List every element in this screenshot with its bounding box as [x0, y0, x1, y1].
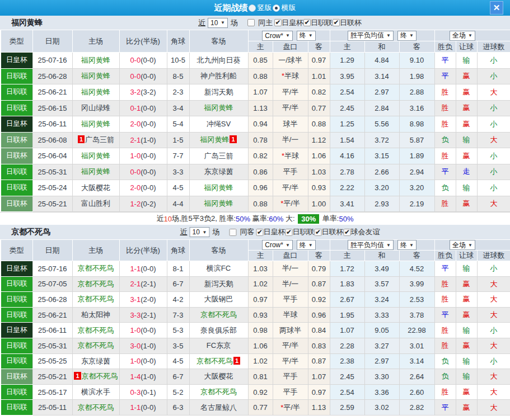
avg-away-cell: 9.10: [399, 53, 434, 69]
near-link[interactable]: 近: [198, 18, 205, 28]
match-row: 日职联25-05-17横滨水手0-3(0-1)5-2京都不死鸟0.92平手0.9…: [1, 384, 510, 400]
avg-home-cell: 1.07: [330, 323, 364, 338]
goals-cell: 大: [477, 338, 510, 353]
fulltime-score: 2-0: [130, 120, 141, 128]
result-cell: 胜: [434, 292, 456, 308]
summary-row: 近10场,胜5平3负2, 胜率:50% 赢率:60% 大: 30% 单率:50%: [0, 212, 510, 225]
avg-type-select[interactable]: 胜平负均值▼: [348, 31, 394, 41]
scope-select[interactable]: 全场▼: [450, 240, 475, 250]
odds-away-cell: 0.88: [308, 116, 330, 133]
odds-time-select[interactable]: 终▼: [297, 240, 316, 250]
col-goals: 进球数: [477, 41, 510, 53]
goals-cell: 小: [477, 148, 510, 164]
away-team-cell: 广岛三箭: [189, 148, 248, 164]
corner-cell: 5-3: [167, 323, 189, 338]
date-cell: 25-06-21: [32, 307, 72, 323]
odds-away-cell: 0.96: [308, 307, 330, 323]
filter-checkbox[interactable]: ✔: [303, 19, 311, 26]
fulltime-score: 0-3: [130, 388, 141, 397]
corner-cell: 7-3: [167, 307, 189, 323]
fulltime-score: 2-1: [130, 136, 141, 144]
col-type: 类型: [1, 30, 32, 53]
match-row: 日职联25-06-15冈山绿雉0-1(0-0)3-4福冈黄蜂1.13平/半0.7…: [1, 100, 510, 116]
away-team-cell: 新泻天鹅: [189, 276, 248, 292]
radio-vertical-label[interactable]: 竖版: [258, 3, 272, 13]
games-count-select[interactable]: 10▼: [208, 18, 228, 28]
goals-cell: 大: [477, 132, 510, 148]
matches-table-2: 类型 日期 主场 比分(半场) 角球 客场 Crow*▼ 终▼ 胜平负均值▼ 终…: [0, 239, 510, 416]
result-cell: 胜: [434, 100, 456, 116]
avg-type-select[interactable]: 胜平负均值▼: [348, 240, 394, 250]
avg-away-cell: 5.87: [399, 132, 434, 148]
match-row: 日职联25-05-11京都不死鸟1-1(0-0)6-3名古屋鲸八0.77*平/半…: [1, 400, 510, 416]
odds-time-select[interactable]: 终▼: [297, 31, 316, 41]
filter-checkbox[interactable]: ✔: [315, 229, 322, 236]
avg-time-select[interactable]: 终▼: [397, 240, 417, 250]
team-name-text: 北九州向日葵: [197, 56, 241, 64]
radio-vertical[interactable]: [249, 4, 256, 12]
score-cell: 2-1(2-1): [119, 276, 167, 292]
corner-cell: 10-5: [167, 53, 189, 69]
corner-cell: 6-7: [167, 369, 189, 385]
score-cell: 1-2(0-2): [119, 196, 167, 212]
corner-cell: 4-4: [167, 196, 189, 212]
filter-checkbox[interactable]: ✔: [274, 19, 282, 26]
match-type-cell: 日职联: [1, 84, 32, 101]
avg-time-select[interactable]: 终▼: [397, 31, 417, 41]
handicap-result-cell: 输: [456, 53, 477, 69]
filter-checkbox[interactable]: ✔: [286, 229, 293, 236]
team-name-text: 福冈黄蜂: [200, 135, 229, 144]
col-score: 比分(半场): [119, 30, 167, 53]
avg-draw-cell: 3.02: [364, 400, 399, 416]
col-let: 让球: [456, 41, 477, 53]
avg-away-cell: 1.98: [399, 68, 434, 84]
close-button[interactable]: ✕: [490, 1, 503, 15]
avg-draw-cell: 2.97: [364, 84, 399, 101]
col-avg-away: 客: [399, 41, 434, 53]
summary-part: 场,胜5平3负2, 胜率:: [172, 214, 236, 224]
team-name-text: 新泻天鹅: [204, 88, 233, 96]
filter-checkbox[interactable]: ✔: [256, 229, 264, 236]
match-type-cell: 日职联: [1, 384, 32, 400]
handicap-cell: 平手: [273, 369, 308, 385]
score-cell: 1-1(0-0): [119, 400, 167, 416]
handicap-result-cell: 赢: [456, 292, 477, 308]
filter-checkbox[interactable]: ✔: [344, 229, 351, 236]
date-cell: 25-05-11: [32, 400, 72, 416]
avg-draw-cell: 2.66: [364, 164, 399, 180]
score-cell: 1-0(0-0): [119, 353, 167, 369]
date-cell: 25-06-04: [32, 148, 72, 164]
fulltime-score: 3-2: [130, 88, 141, 96]
fulltime-score: 3-3: [130, 311, 141, 319]
avg-away-cell: 2.60: [399, 384, 434, 400]
games-count-select[interactable]: 10▼: [190, 227, 210, 237]
avg-home-cell: 3.41: [330, 196, 364, 212]
team-name-text: 京都不死鸟: [78, 326, 114, 334]
near-link[interactable]: 近: [180, 227, 188, 237]
handicap-cell: 半/一: [273, 276, 308, 292]
corner-cell: 3-3: [167, 164, 189, 180]
handicap-result-cell: 赢: [456, 116, 477, 133]
fulltime-score: 1-1: [130, 403, 141, 412]
result-cell: 胜: [434, 116, 456, 133]
score-cell: 0-1(0-0): [119, 100, 167, 116]
score-cell: 3-2(3-2): [119, 84, 167, 101]
home-team-cell: 1京都不死鸟: [72, 369, 119, 385]
team-name-text: 大阪钢巴: [204, 295, 233, 303]
radio-horizontal[interactable]: [273, 4, 280, 12]
odds-company-select[interactable]: Crow*▼: [262, 31, 293, 41]
match-row: 日职联25-06-28京都不死鸟3-1(2-0)4-2大阪钢巴0.97平手0.9…: [1, 292, 510, 308]
date-cell: 25-06-28: [32, 292, 72, 308]
same-home-checkbox[interactable]: [247, 19, 255, 26]
corner-cell: 6-3: [167, 400, 189, 416]
odds-company-select[interactable]: Crow*▼: [262, 240, 293, 250]
radio-horizontal-label[interactable]: 横版: [282, 3, 296, 13]
scope-select[interactable]: 全场▼: [450, 31, 475, 41]
halftime-score: (0-0): [141, 104, 156, 112]
handicap-cell: 球半: [273, 116, 308, 133]
summary-part: 单率:: [320, 214, 339, 224]
handicap-result-cell: 输: [456, 323, 477, 338]
avg-home-cell: 1.54: [330, 132, 364, 148]
filter-checkbox[interactable]: ✔: [333, 19, 340, 26]
same-away-checkbox[interactable]: [230, 229, 237, 236]
